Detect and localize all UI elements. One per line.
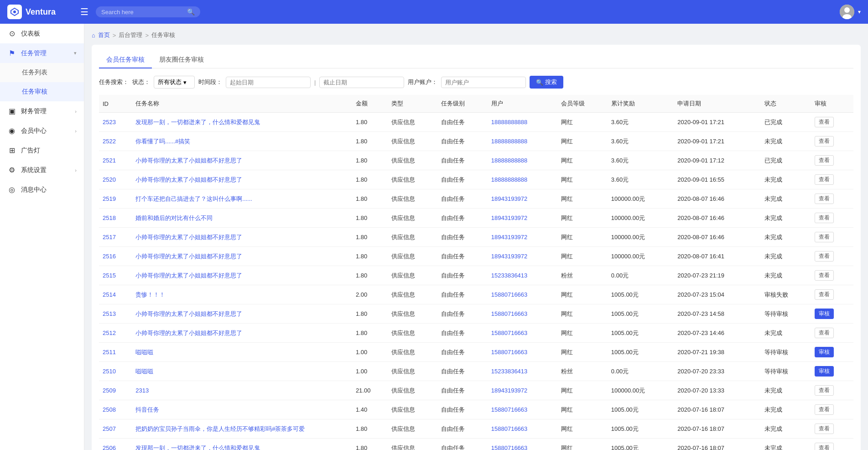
cell-amount: 1.80 [352,151,388,170]
view-button[interactable]: 查看 [815,328,834,338]
cell-amount: 1.80 [352,132,388,151]
cell-action[interactable]: 查看 [811,439,853,450]
sidebar-item-system[interactable]: ⚙ 系统设置 › [0,160,84,180]
cell-type: 供应信息 [388,285,437,304]
cell-id: 2522 [99,132,132,151]
cell-action[interactable]: 查看 [811,381,853,400]
view-button[interactable]: 查看 [815,213,834,223]
content-card: 会员任务审核 朋友圈任务审核 任务搜索： 状态： 所有状态 ▾ 时间段： | 用… [92,45,861,450]
cell-action[interactable]: 审核 [811,362,853,381]
audit-button[interactable]: 审核 [815,309,834,319]
cell-date: 2020-07-16 18:07 [674,419,761,439]
table-row: 2512 小帅哥你理的太累了小姐姐都不好意思了 1.80 供应信息 自由任务 1… [99,324,853,343]
cell-user: 15233836413 [488,362,558,381]
col-status: 状态 [761,95,811,113]
view-button[interactable]: 查看 [815,424,834,434]
cell-action[interactable]: 审核 [811,304,853,324]
cell-action[interactable]: 审核 [811,343,853,362]
cell-action[interactable]: 查看 [811,209,853,228]
search-bar[interactable]: 🔍 [96,6,200,17]
cell-action[interactable]: 查看 [811,266,853,285]
view-button[interactable]: 查看 [815,270,834,281]
view-button[interactable]: 查看 [815,404,834,415]
cell-type: 供应信息 [388,343,437,362]
cell-status: 等待审核 [761,362,811,381]
cell-date: 2020-08-07 16:46 [674,189,761,209]
tab-member-audit[interactable]: 会员任务审核 [99,52,152,68]
avatar[interactable] [840,5,854,19]
cell-action[interactable]: 查看 [811,132,853,151]
sidebar-item-task-manage[interactable]: ⚑ 任务管理 ▾ [0,43,84,63]
cell-amount: 1.40 [352,400,388,419]
cell-amount: 1.80 [352,189,388,209]
view-button[interactable]: 查看 [815,232,834,242]
sidebar-item-task-list[interactable]: 任务列表 [0,63,84,82]
cell-amount: 1.80 [352,419,388,439]
sidebar-item-task-audit[interactable]: 任务审核 [0,82,84,101]
cell-reward: 100000.00元 [608,209,674,228]
cell-type: 供应信息 [388,189,437,209]
view-button[interactable]: 查看 [815,117,834,127]
cell-amount: 1.80 [352,170,388,189]
view-button[interactable]: 查看 [815,155,834,166]
cell-reward: 1005.00元 [608,419,674,439]
table-row: 2522 你看懂了吗......#搞笑 1.80 供应信息 自由任务 18888… [99,132,853,151]
cell-name: 小帅哥你理的太累了小姐姐都不好意思了 [132,247,352,266]
breadcrumb-sep1: > [113,32,116,39]
view-button[interactable]: 查看 [815,443,834,450]
view-button[interactable]: 查看 [815,251,834,262]
cell-reward: 100000.00元 [608,247,674,266]
view-button[interactable]: 查看 [815,289,834,300]
filter-status-label: 状态： [132,78,150,86]
view-button[interactable]: 查看 [815,194,834,204]
view-button[interactable]: 查看 [815,385,834,396]
cell-date: 2020-08-07 16:41 [674,247,761,266]
cell-user: 18943193972 [488,228,558,247]
table-row: 2520 小帅哥你理的太累了小姐姐都不好意思了 1.80 供应信息 自由任务 1… [99,170,853,189]
cell-level: 自由任务 [437,189,487,209]
audit-button[interactable]: 审核 [815,347,834,357]
cell-reward: 1005.00元 [608,324,674,343]
status-select[interactable]: 所有状态 ▾ [154,76,195,89]
cell-action[interactable]: 查看 [811,228,853,247]
cell-user: 18888888888 [488,132,558,151]
cell-amount: 1.80 [352,113,388,132]
end-date-input[interactable] [319,77,404,88]
cell-action[interactable]: 查看 [811,113,853,132]
cell-user: 18888888888 [488,151,558,170]
cell-action[interactable]: 查看 [811,170,853,189]
cell-action[interactable]: 查看 [811,189,853,209]
cell-action[interactable]: 查看 [811,247,853,266]
sidebar-item-finance[interactable]: ▣ 财务管理 › [0,101,84,121]
breadcrumb-home[interactable]: 首页 [98,31,110,39]
view-button[interactable]: 查看 [815,136,834,147]
chevron-down-icon[interactable]: ▾ [858,9,861,15]
cell-id: 2512 [99,324,132,343]
cell-date: 2020-07-23 14:58 [674,304,761,324]
user-account-input[interactable] [441,77,526,88]
cell-action[interactable]: 查看 [811,324,853,343]
cell-date: 2020-07-20 13:33 [674,381,761,400]
cell-status: 未完成 [761,170,811,189]
sidebar-item-member[interactable]: ◉ 会员中心 › [0,121,84,141]
cell-action[interactable]: 查看 [811,419,853,439]
cell-user: 15880716663 [488,324,558,343]
hamburger-button[interactable]: ☰ [80,6,88,17]
cell-user: 15880716663 [488,343,558,362]
sidebar-item-dashboard[interactable]: ⊙ 仪表板 [0,24,84,43]
sidebar-item-message[interactable]: ◎ 消息中心 [0,180,84,199]
search-button[interactable]: 🔍 搜索 [530,76,563,89]
cell-date: 2020-08-07 16:46 [674,209,761,228]
cell-action[interactable]: 查看 [811,151,853,170]
cell-action[interactable]: 查看 [811,285,853,304]
view-button[interactable]: 查看 [815,174,834,185]
search-input[interactable] [101,9,183,16]
tab-friend-audit[interactable]: 朋友圈任务审核 [152,52,211,68]
sidebar-item-ad[interactable]: ⊞ 广告灯 [0,141,84,160]
cell-member: 网红 [557,132,607,151]
audit-button[interactable]: 审核 [815,366,834,377]
breadcrumb: ⌂ 首页 > 后台管理 > 任务审核 [92,31,861,39]
start-date-input[interactable] [226,77,311,88]
cell-name: 小帅哥你理的太累了小姐姐都不好意思了 [132,266,352,285]
cell-action[interactable]: 查看 [811,400,853,419]
